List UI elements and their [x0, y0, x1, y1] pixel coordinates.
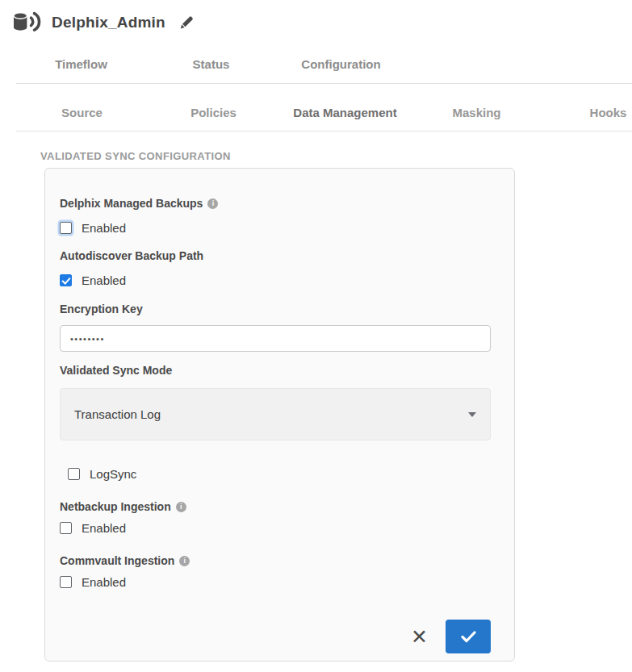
validated-sync-mode-label: Validated Sync Mode — [60, 364, 491, 377]
autodiscover-backup-path-enabled-row: Enabled — [60, 273, 491, 287]
field-label-text: Encryption Key — [60, 303, 143, 315]
subtab-bar: Source Policies Data Management Masking … — [16, 106, 632, 119]
commvault-ingestion-checkbox[interactable] — [60, 576, 72, 588]
checkbox-label: LogSync — [90, 467, 136, 481]
action-buttons: ✕ — [60, 620, 491, 653]
divider — [16, 131, 632, 131]
tab-status[interactable]: Status — [146, 57, 276, 71]
autodiscover-backup-path-label: Autodiscover Backup Path — [60, 249, 491, 262]
subtab-source[interactable]: Source — [16, 106, 148, 119]
validated-sync-mode-select[interactable]: Transaction Log — [60, 388, 491, 440]
subtab-masking[interactable]: Masking — [411, 106, 542, 119]
encryption-key-input[interactable] — [60, 325, 491, 352]
validated-sync-configuration-panel: Delphix Managed Backups Enabled Autodisc… — [44, 168, 515, 662]
delphix-managed-backups-checkbox[interactable] — [60, 222, 72, 234]
delphix-managed-backups-label: Delphix Managed Backups — [60, 197, 491, 210]
netbackup-ingestion-enabled-row: Enabled — [60, 521, 491, 535]
encryption-key-label: Encryption Key — [60, 303, 491, 315]
pencil-edit-icon[interactable] — [178, 14, 195, 31]
commvault-ingestion-enabled-row: Enabled — [60, 575, 491, 589]
checkbox-label: Enabled — [82, 575, 126, 589]
tab-configuration[interactable]: Configuration — [276, 57, 406, 71]
cancel-button[interactable]: ✕ — [411, 627, 428, 647]
checkbox-label: Enabled — [82, 273, 126, 287]
netbackup-ingestion-checkbox[interactable] — [60, 522, 72, 534]
confirm-button[interactable] — [446, 620, 491, 653]
subtab-policies[interactable]: Policies — [148, 106, 279, 119]
checkbox-label: Enabled — [82, 521, 126, 535]
field-label-text: Commvault Ingestion — [60, 554, 174, 567]
tab-timeflow[interactable]: Timeflow — [16, 57, 146, 71]
commvault-ingestion-label: Commvault Ingestion — [60, 554, 491, 567]
chevron-down-icon — [468, 412, 476, 417]
field-label-text: Delphix Managed Backups — [60, 197, 203, 210]
logsync-row: LogSync — [68, 467, 491, 481]
divider — [16, 83, 632, 84]
tab-bar: Timeflow Status Configuration — [16, 57, 406, 71]
delphix-managed-backups-enabled-row: Enabled — [60, 221, 491, 235]
section-heading: VALIDATED SYNC CONFIGURATION — [40, 150, 231, 162]
checkmark-icon — [461, 631, 476, 643]
selected-option: Transaction Log — [74, 407, 161, 421]
autodiscover-backup-path-checkbox[interactable] — [60, 274, 72, 286]
field-label-text: Autodiscover Backup Path — [60, 249, 203, 262]
subtab-data-management[interactable]: Data Management — [279, 106, 411, 119]
netbackup-ingestion-label: Netbackup Ingestion — [60, 500, 491, 513]
info-icon[interactable] — [179, 556, 190, 566]
field-label-text: Netbackup Ingestion — [60, 500, 171, 513]
page: Delphix_Admin Timeflow Status Configurat… — [0, 0, 632, 672]
info-icon[interactable] — [176, 502, 186, 512]
dsource-database-icon — [11, 10, 44, 35]
subtab-hooks[interactable]: Hooks — [542, 106, 632, 119]
header: Delphix_Admin — [11, 10, 195, 35]
logsync-checkbox[interactable] — [68, 468, 80, 480]
page-title: Delphix_Admin — [52, 14, 165, 31]
info-icon[interactable] — [207, 198, 218, 209]
field-label-text: Validated Sync Mode — [60, 364, 172, 377]
checkbox-label: Enabled — [82, 221, 126, 235]
